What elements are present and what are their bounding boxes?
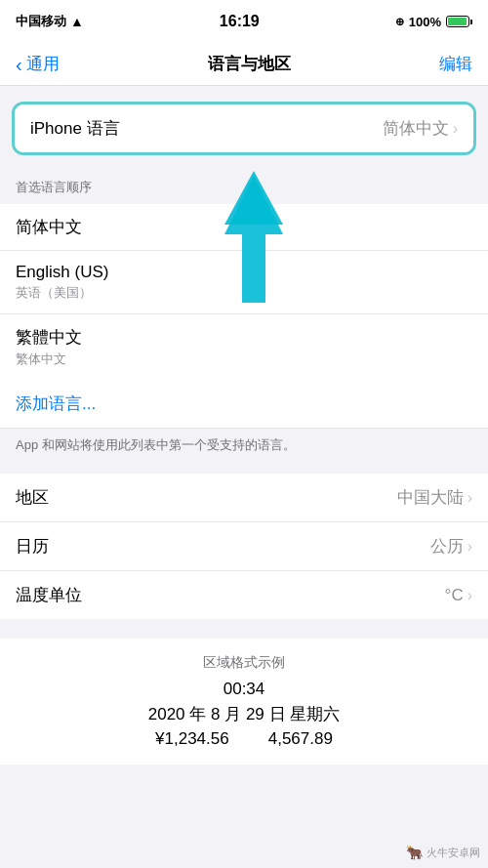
watermark-icon: 🐂: [406, 845, 423, 860]
battery-percent: 100%: [409, 15, 441, 29]
battery-icon: [446, 16, 472, 27]
list-item[interactable]: 简体中文: [0, 204, 488, 251]
temperature-row[interactable]: 温度单位 °C ›: [0, 571, 488, 619]
page-title: 语言与地区: [208, 53, 291, 75]
edit-button[interactable]: 编辑: [439, 53, 472, 75]
calendar-value: 公历: [430, 535, 464, 558]
watermark: 🐂 火牛安卓网: [406, 845, 480, 860]
lang-main-1: English (US): [16, 263, 472, 282]
lang-main-2: 繁體中文: [16, 326, 472, 349]
region-format-section: 区域格式示例 00:34 2020 年 8 月 29 日 星期六 ¥1,234.…: [0, 639, 488, 765]
back-button[interactable]: ‹ 通用: [16, 53, 60, 75]
lang-sub-2: 繁体中文: [16, 351, 472, 368]
iphone-language-section: iPhone 语言 简体中文 ›: [12, 102, 476, 155]
temperature-label: 温度单位: [16, 584, 82, 606]
nav-bar: ‹ 通用 语言与地区 编辑: [0, 43, 488, 86]
calendar-chevron-icon: ›: [468, 538, 472, 556]
lang-main-0: 简体中文: [16, 216, 472, 238]
format-numbers: ¥1,234.56 4,567.89: [16, 729, 472, 749]
chevron-right-icon: ›: [453, 120, 458, 138]
back-chevron-icon: ‹: [16, 55, 22, 74]
iphone-language-row[interactable]: iPhone 语言 简体中文 ›: [15, 104, 473, 152]
list-item[interactable]: English (US) 英语（美国）: [0, 251, 488, 314]
status-bar: 中国移动 ▲ 16:19 ⊕ 100%: [0, 0, 488, 43]
iphone-language-label: iPhone 语言: [30, 117, 120, 140]
main-content: iPhone 语言 简体中文 › 首选语言顺序 简体中文 English (US…: [0, 102, 488, 765]
add-language-section: 添加语言...: [0, 380, 488, 429]
temperature-chevron-icon: ›: [468, 587, 472, 604]
preferred-languages-header: 首选语言顺序: [0, 171, 488, 200]
format-number1: ¥1,234.56: [155, 729, 229, 749]
carrier-text: 中国移动: [16, 13, 66, 30]
region-settings-group: 地区 中国大陆 › 日历 公历 › 温度单位 °C ›: [0, 474, 488, 619]
status-time: 16:19: [220, 13, 260, 30]
wifi-icon: ▲: [70, 14, 84, 29]
region-label: 地区: [16, 486, 49, 509]
lang-sub-1: 英语（美国）: [16, 284, 472, 302]
status-right: ⊕ 100%: [395, 15, 472, 29]
temperature-value: °C: [445, 586, 464, 605]
region-row[interactable]: 地区 中国大陆 ›: [0, 474, 488, 522]
calendar-label: 日历: [16, 535, 49, 558]
iphone-language-value: 简体中文: [383, 117, 449, 140]
info-text: App 和网站将使用此列表中第一个受支持的语言。: [0, 429, 488, 474]
status-left: 中国移动 ▲: [16, 13, 84, 30]
calendar-value-group: 公历 ›: [430, 535, 472, 558]
battery-charge-icon: ⊕: [395, 16, 404, 28]
temperature-value-group: °C ›: [445, 586, 472, 605]
region-value: 中国大陆: [397, 486, 464, 509]
format-date: 2020 年 8 月 29 日 星期六: [16, 703, 472, 725]
language-list: 简体中文 English (US) 英语（美国） 繁體中文 繁体中文: [0, 204, 488, 380]
watermark-text: 火牛安卓网: [427, 846, 480, 860]
format-number2: 4,567.89: [268, 729, 333, 749]
list-item[interactable]: 繁體中文 繁体中文: [0, 314, 488, 380]
format-time: 00:34: [16, 680, 472, 699]
add-language-text: 添加语言...: [16, 394, 96, 413]
region-chevron-icon: ›: [468, 489, 472, 507]
add-language-row[interactable]: 添加语言...: [0, 380, 488, 428]
calendar-row[interactable]: 日历 公历 ›: [0, 522, 488, 571]
iphone-language-value-group: 简体中文 ›: [383, 117, 458, 140]
back-label: 通用: [26, 53, 60, 75]
region-value-group: 中国大陆 ›: [397, 486, 472, 509]
format-title: 区域格式示例: [16, 654, 472, 672]
